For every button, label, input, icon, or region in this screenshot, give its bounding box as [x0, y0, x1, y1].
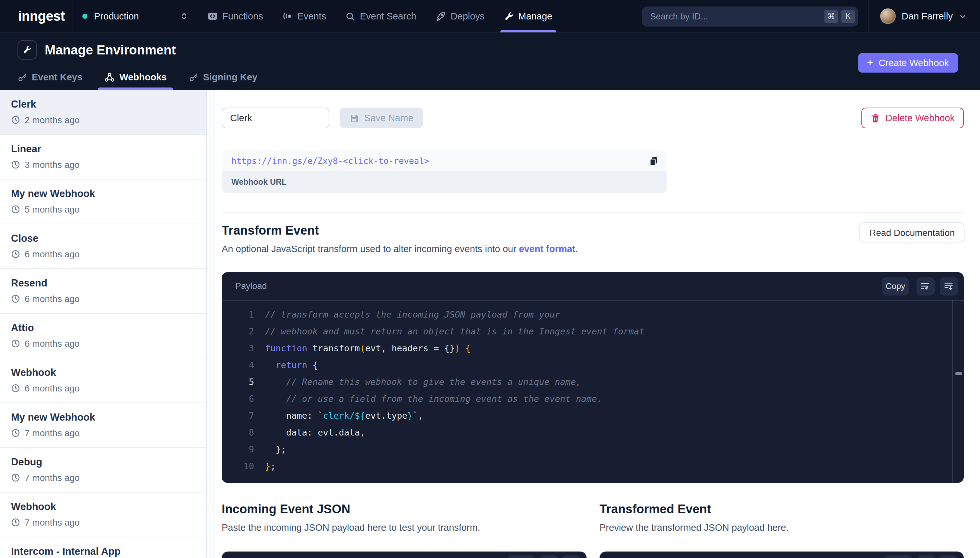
- list-item[interactable]: Clerk2 months ago: [0, 90, 206, 135]
- webhook-item-name: Resend: [11, 277, 206, 289]
- search-placeholder: Search by ID...: [650, 11, 821, 21]
- webhook-item-updated: 7 months ago: [11, 517, 206, 528]
- scroll-to-bottom-icon-button[interactable]: [939, 277, 958, 295]
- cmd-key-badge: ⌘: [824, 10, 838, 23]
- environment-switcher[interactable]: Production: [73, 0, 198, 33]
- webhook-item-updated: 6 months ago: [11, 383, 206, 393]
- list-item[interactable]: Intercom - Internal App: [0, 537, 206, 558]
- clock-icon: [11, 428, 20, 437]
- manage-icon-box: [18, 40, 37, 60]
- environment-status-dot: [82, 14, 87, 19]
- transformed-event-description: Preview the transformed JSON payload her…: [599, 522, 789, 533]
- webhook-item-name: My new Webhook: [11, 188, 206, 200]
- list-item[interactable]: Resend6 months ago: [0, 269, 206, 313]
- nav-link-manage[interactable]: Manage: [504, 0, 552, 33]
- editor-scrollbar[interactable]: [952, 300, 964, 483]
- tab-signing-key[interactable]: Signing Key: [182, 64, 264, 90]
- clock-icon: [11, 473, 20, 482]
- page-title: Manage Environment: [45, 43, 176, 57]
- section-divider: [222, 212, 964, 213]
- nav-link-functions[interactable]: Functions: [207, 0, 263, 33]
- top-nav: inngest Production Functions Events Even…: [0, 0, 980, 33]
- code-line: 6 // or use a field from the incoming ev…: [222, 390, 964, 407]
- list-item[interactable]: Debug7 months ago: [0, 448, 206, 492]
- word-wrap-icon-button[interactable]: [917, 555, 935, 558]
- word-wrap-icon-button[interactable]: [916, 277, 934, 295]
- code-line: 2// webhook and must return an object th…: [222, 323, 964, 340]
- webhook-item-updated: 6 months ago: [11, 249, 206, 259]
- webhook-item-name: Close: [11, 233, 206, 245]
- page-header: Manage Environment Event Keys Webhooks S…: [0, 33, 980, 90]
- list-item[interactable]: Webhook6 months ago: [0, 358, 206, 403]
- clock-icon: [11, 294, 20, 303]
- code-line: 4 return {: [222, 356, 964, 373]
- scrollbar-thumb[interactable]: [955, 372, 962, 375]
- scroll-to-bottom-icon-button[interactable]: [562, 555, 580, 558]
- copy-code-button[interactable]: Copy: [882, 277, 909, 295]
- copy-url-icon[interactable]: [649, 156, 658, 166]
- clock-icon: [11, 518, 20, 527]
- event-format-link[interactable]: event format: [519, 244, 575, 254]
- word-wrap-icon-button[interactable]: [540, 555, 558, 558]
- user-menu[interactable]: Dan Farrelly: [868, 0, 980, 33]
- webhook-icon: [104, 72, 115, 82]
- webhook-item-updated: 2 months ago: [11, 115, 206, 125]
- plus-icon: +: [867, 56, 873, 69]
- list-item[interactable]: My new Webhook5 months ago: [0, 179, 206, 224]
- clock-icon: [11, 384, 20, 393]
- webhook-url-value[interactable]: https://inn.gs/e/Zxy8-<click-to-reveal>: [231, 156, 649, 166]
- code-line: 3function transform(evt, headers = {}) {: [222, 340, 964, 356]
- key-icon: [18, 72, 27, 82]
- nav-link-deploys[interactable]: Deploys: [436, 0, 485, 33]
- code-line: 10};: [222, 458, 964, 474]
- list-item[interactable]: Close6 months ago: [0, 224, 206, 269]
- webhook-item-name: Debug: [11, 456, 206, 468]
- clock-icon: [11, 205, 20, 214]
- save-name-button[interactable]: Save Name: [340, 108, 423, 128]
- webhook-item-updated: 7 months ago: [11, 473, 206, 483]
- list-item[interactable]: Linear3 months ago: [0, 135, 206, 179]
- code-lines[interactable]: 1// transform accepts the incoming JSON …: [222, 301, 964, 474]
- tab-webhooks[interactable]: Webhooks: [98, 64, 173, 90]
- code-line: 9 };: [222, 441, 964, 458]
- create-webhook-button[interactable]: + Create Webhook: [858, 53, 958, 72]
- clock-icon: [11, 115, 20, 125]
- payload-tab[interactable]: Payload: [235, 281, 267, 291]
- webhook-item-name: My new Webhook: [11, 412, 206, 423]
- webhook-url-label: Webhook URL: [222, 171, 667, 193]
- copy-button[interactable]: [885, 555, 912, 558]
- webhook-url-card: https://inn.gs/e/Zxy8-<click-to-reveal> …: [222, 150, 667, 193]
- read-documentation-button[interactable]: Read Documentation: [860, 222, 964, 242]
- transform-code-editor[interactable]: Payload Copy 1// transform accepts the i…: [222, 272, 964, 483]
- code-line: 7 name: `clerk/${evt.type}`,: [222, 407, 964, 424]
- chevron-down-icon: [959, 12, 967, 20]
- webhook-detail: Save Name Delete Webhook https://inn.gs/…: [215, 90, 980, 558]
- webhook-item-updated: 3 months ago: [11, 159, 206, 170]
- webhook-item-name: Clerk: [11, 98, 206, 110]
- list-item[interactable]: Webhook7 months ago: [0, 492, 206, 537]
- delete-webhook-button[interactable]: Delete Webhook: [862, 108, 964, 128]
- nav-link-event-search[interactable]: Event Search: [345, 0, 416, 33]
- editor-header: Payload Copy: [222, 272, 964, 301]
- word-wrap-icon: [920, 281, 930, 291]
- webhook-name-input[interactable]: [222, 108, 329, 128]
- clock-icon: [11, 160, 20, 169]
- list-item[interactable]: Attio6 months ago: [0, 313, 206, 358]
- tab-event-keys[interactable]: Event Keys: [11, 64, 89, 90]
- code-line: 5 // Rename this webhook to give the eve…: [222, 373, 964, 390]
- webhook-item-updated: 6 months ago: [11, 338, 206, 349]
- wrench-icon: [23, 45, 32, 54]
- webhook-item-updated: 6 months ago: [11, 294, 206, 304]
- copy-button[interactable]: [507, 555, 535, 558]
- transformed-event-title: Transformed Event: [599, 502, 711, 517]
- search-input[interactable]: Search by ID... ⌘ K: [642, 6, 858, 26]
- nav-link-events[interactable]: Events: [282, 0, 326, 33]
- list-scrollbar-gutter[interactable]: [207, 90, 215, 558]
- scroll-to-bottom-icon-button[interactable]: [939, 555, 957, 558]
- incoming-event-title: Incoming Event JSON: [222, 502, 350, 517]
- list-item[interactable]: My new Webhook7 months ago: [0, 403, 206, 448]
- incoming-event-editor[interactable]: [222, 551, 586, 558]
- webhook-item-updated: 5 months ago: [11, 204, 206, 215]
- transformed-event-preview[interactable]: [599, 551, 964, 558]
- app-window: inngest Production Functions Events Even…: [0, 0, 980, 558]
